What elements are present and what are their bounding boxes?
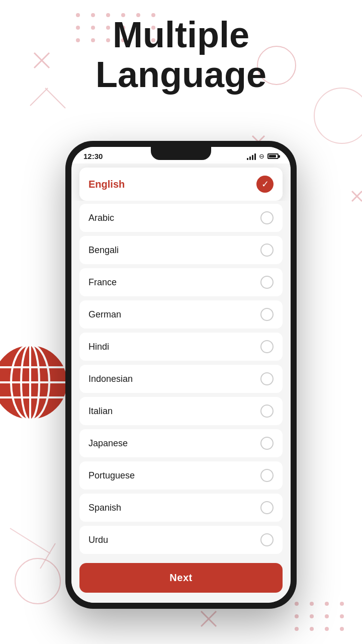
selected-language-card[interactable]: English ✓ — [79, 168, 283, 201]
radio-portuguese — [260, 469, 274, 482]
radio-spanish — [260, 501, 274, 514]
svg-line-43 — [10, 528, 50, 553]
svg-point-42 — [15, 558, 60, 604]
language-item-urdu[interactable]: Urdu — [79, 526, 283, 554]
svg-line-25 — [352, 191, 362, 201]
svg-line-41 — [201, 611, 216, 626]
svg-point-29 — [310, 602, 314, 606]
language-label-arabic: Arabic — [88, 213, 114, 223]
language-item-portuguese[interactable]: Portuguese — [79, 461, 283, 490]
svg-point-38 — [325, 627, 329, 631]
language-label-france: France — [88, 277, 117, 288]
radio-bengali — [260, 244, 274, 257]
language-item-japanese[interactable]: Japanese — [79, 429, 283, 457]
next-button-wrapper: Next — [71, 556, 291, 603]
svg-point-39 — [340, 627, 344, 631]
language-item-german[interactable]: German — [79, 300, 283, 329]
phone-screen: 12:30 ⊖ English ✓ — [71, 147, 291, 603]
radio-arabic — [260, 211, 274, 224]
svg-point-37 — [310, 627, 314, 631]
svg-line-24 — [352, 191, 362, 201]
selected-check-icon: ✓ — [256, 176, 274, 193]
svg-point-35 — [340, 614, 344, 618]
phone-mockup: 12:30 ⊖ English ✓ — [65, 141, 297, 609]
language-label-indonesian: Indonesian — [88, 374, 133, 384]
language-label-bengali: Bengali — [88, 245, 119, 256]
radio-german — [260, 308, 274, 321]
language-item-indonesian[interactable]: Indonesian — [79, 365, 283, 393]
language-item-france[interactable]: France — [79, 268, 283, 296]
phone-frame: 12:30 ⊖ English ✓ — [65, 141, 297, 609]
signal-icon — [247, 153, 256, 160]
globe-icon — [0, 342, 70, 423]
svg-point-31 — [340, 602, 344, 606]
selected-language-label: English — [88, 179, 125, 190]
status-icons: ⊖ — [247, 152, 279, 160]
svg-point-36 — [295, 627, 299, 631]
language-item-bengali[interactable]: Bengali — [79, 236, 283, 264]
language-item-arabic[interactable]: Arabic — [79, 204, 283, 232]
svg-line-44 — [40, 543, 55, 569]
svg-point-33 — [310, 614, 314, 618]
language-list: ArabicBengaliFranceGermanHindiIndonesian… — [71, 201, 291, 556]
radio-japanese — [260, 437, 274, 450]
language-item-italian[interactable]: Italian — [79, 397, 283, 425]
wifi-icon: ⊖ — [259, 152, 264, 160]
phone-notch — [151, 147, 211, 160]
language-label-urdu: Urdu — [88, 535, 108, 545]
radio-france — [260, 276, 274, 289]
status-time: 12:30 — [83, 152, 103, 160]
language-label-hindi: Hindi — [88, 342, 109, 352]
language-label-spanish: Spanish — [88, 503, 121, 513]
language-label-german: German — [88, 309, 121, 320]
language-label-italian: Italian — [88, 406, 113, 417]
radio-urdu — [260, 533, 274, 546]
language-label-portuguese: Portuguese — [88, 470, 135, 481]
svg-point-19 — [314, 88, 362, 143]
page-title: Multiple Language — [0, 15, 362, 95]
svg-point-32 — [295, 614, 299, 618]
language-label-japanese: Japanese — [88, 438, 128, 449]
battery-icon — [267, 153, 279, 159]
radio-hindi — [260, 340, 274, 353]
language-item-hindi[interactable]: Hindi — [79, 333, 283, 361]
svg-line-40 — [201, 611, 216, 626]
language-item-spanish[interactable]: Spanish — [79, 494, 283, 522]
svg-point-30 — [325, 602, 329, 606]
next-button[interactable]: Next — [79, 563, 283, 593]
svg-point-34 — [325, 614, 329, 618]
radio-italian — [260, 405, 274, 418]
page-title-area: Multiple Language — [0, 15, 362, 95]
radio-indonesian — [260, 372, 274, 385]
